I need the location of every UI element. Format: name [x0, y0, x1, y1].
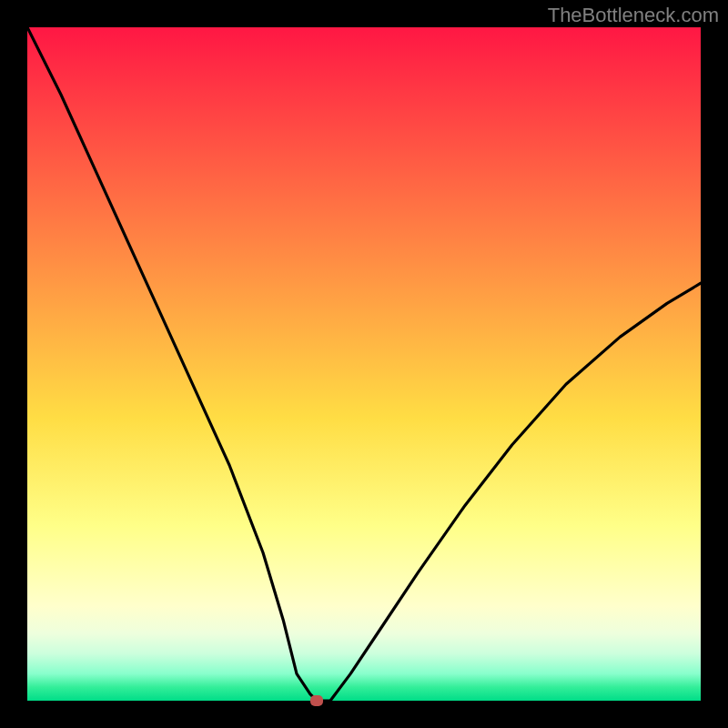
minimum-marker: [310, 695, 323, 706]
curve-layer: [27, 27, 701, 701]
chart-frame: TheBottleneck.com: [0, 0, 728, 728]
bottleneck-curve: [27, 27, 701, 701]
watermark-text: TheBottleneck.com: [548, 4, 719, 27]
plot-area: [27, 27, 701, 701]
